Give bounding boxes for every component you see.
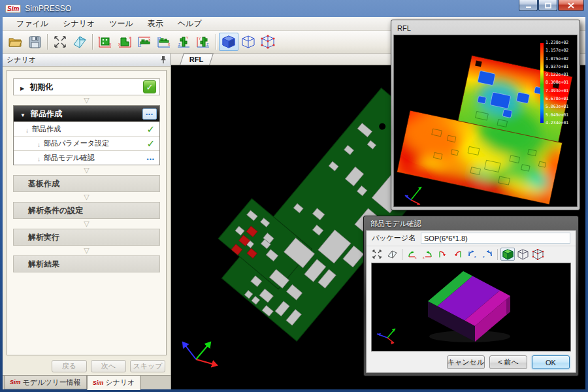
scenario-steps: 初期化 部品作成 部品作成 [3,67,171,358]
section-plane-button[interactable] [70,33,90,51]
step-init[interactable]: 初期化 [13,78,160,95]
step-conditions[interactable]: 解析条件の設定 [13,202,160,219]
rfl-3d-canvas[interactable]: 1.238e+02 1.157e+02 1.075e+02 9.937e+01 … [393,35,578,207]
menu-view[interactable]: 表示 [140,17,171,31]
view-back-button[interactable]: ZX [154,33,174,51]
menu-tools[interactable]: ツール [102,17,140,31]
legend-value: 5.863e+01 [546,105,578,109]
app-titlebar[interactable]: Sim SimPRESSO [0,0,588,17]
fit-view-button[interactable] [370,248,384,261]
legend-value: 4.234e+01 [546,121,578,125]
save-button[interactable] [25,33,44,51]
svg-text:Y: Y [199,37,201,41]
step-separator-icon [13,192,160,202]
render-shaded-button[interactable] [219,33,238,51]
package-name-field[interactable] [421,233,570,244]
fit-view-icon [53,35,67,49]
ok-button[interactable]: OK [532,355,570,369]
menu-scenario[interactable]: シナリオ [56,17,102,31]
panel-tabs: Sim モデルツリー情報 Sim シナリオ [3,375,171,389]
skip-button[interactable]: スキップ [130,360,165,372]
app-logo-icon: Sim [5,5,21,13]
render-wireframe-points-button[interactable] [531,248,545,261]
maximize-button[interactable] [538,0,557,11]
step-results[interactable]: 解析結果 [13,255,160,272]
check-icon [146,138,155,150]
view-top-shape-icon: YX [117,35,133,49]
dialog-titlebar[interactable]: 部品モデル確認 [366,217,576,230]
parts-group: 部品作成 部品作成 部品パラメータ設定 [13,105,160,165]
tab-scenario[interactable]: Sim シナリオ [87,376,141,390]
step-parts-model[interactable]: 部品モデル確認 [14,150,159,165]
part-model-dialog: 部品モデル確認 パッケージ名 [363,216,579,376]
view-right-button[interactable]: YZ [193,33,213,51]
fit-view-button[interactable] [50,33,70,51]
part-3d-canvas[interactable] [371,263,571,351]
rotate-x-neg-button[interactable]: x [420,248,434,261]
package-name-label: パッケージ名 [372,233,416,243]
step-separator-icon [13,246,160,255]
svg-text:Y: Y [98,36,101,40]
substep-label: 部品パラメータ設定 [44,139,146,148]
section-plane-button[interactable] [385,248,399,261]
rotate-x-pos-button[interactable]: x [405,248,419,261]
close-button[interactable] [558,0,584,11]
render-wireframe-button[interactable] [238,33,258,51]
menu-help[interactable]: ヘルプ [171,17,209,31]
open-file-button[interactable] [5,33,25,51]
axis-triad-icon [402,178,428,206]
view-top-shape-button[interactable]: YX [115,33,135,51]
window-controls [518,0,584,11]
step-run[interactable]: 解析実行 [13,229,160,246]
step-parts-group[interactable]: 部品作成 [14,106,159,122]
open-folder-icon [8,36,22,48]
step-separator-icon [13,219,160,229]
rfl-window-titlebar[interactable]: RFL [393,22,578,35]
legend-value: 7.493e+01 [546,89,578,93]
rotate-z-pos-button[interactable]: z [465,248,480,261]
render-wireframe-button[interactable] [515,248,530,261]
prev-button[interactable]: < 前へ [489,355,527,369]
render-wireframe-points-button[interactable] [258,33,278,51]
minimize-button[interactable] [519,0,538,11]
legend-value: 9.937e+01 [546,65,578,69]
rotate-y-neg-button[interactable] [450,248,465,261]
tab-rfl[interactable]: RFL [180,54,214,65]
down-arrow-icon [25,123,32,135]
back-button[interactable]: 戻る [52,360,87,372]
step-parts-create[interactable]: 部品作成 [14,122,159,136]
minimize-icon [525,3,532,8]
step-parts-params[interactable]: 部品パラメータ設定 [14,136,159,150]
svg-text:X: X [168,42,171,46]
package-row: パッケージ名 [367,231,576,246]
next-button[interactable]: 次へ [91,360,126,372]
legend-value: 5.049e+01 [546,113,578,118]
view-left-button[interactable]: YZ [174,33,193,51]
toolbar-separator [497,249,498,260]
axis-triad-icon [183,342,217,365]
fit-view-icon [372,249,382,259]
rotate-z-neg-icon: z [482,250,493,259]
rotate-y-pos-button[interactable] [435,248,449,261]
wireframe-cube-icon [517,249,529,260]
menu-file[interactable]: ファイル [9,17,56,31]
step-label: 解析条件の設定 [28,205,156,216]
close-icon [568,3,574,8]
shaded-cube-icon [221,35,237,49]
rotate-x-pos-icon: x [407,250,418,259]
floppy-disk-icon [29,36,41,48]
sim-logo-icon: Sim [93,380,104,386]
view-front-button[interactable]: XZ [135,33,154,51]
svg-text:z: z [483,255,485,259]
tab-model-tree[interactable]: Sim モデルツリー情報 [4,376,87,389]
view-top-button[interactable]: YX [95,33,115,51]
pin-icon[interactable] [160,56,167,64]
down-arrow-icon [37,152,44,164]
render-shaded-button[interactable] [500,248,515,261]
step-label: 初期化 [29,82,143,93]
rotate-z-neg-button[interactable]: z [480,248,495,261]
step-label: 解析実行 [28,232,156,243]
step-separator-icon [13,95,160,105]
cancel-button[interactable]: キャンセル [447,355,485,369]
step-board[interactable]: 基板作成 [13,175,160,192]
